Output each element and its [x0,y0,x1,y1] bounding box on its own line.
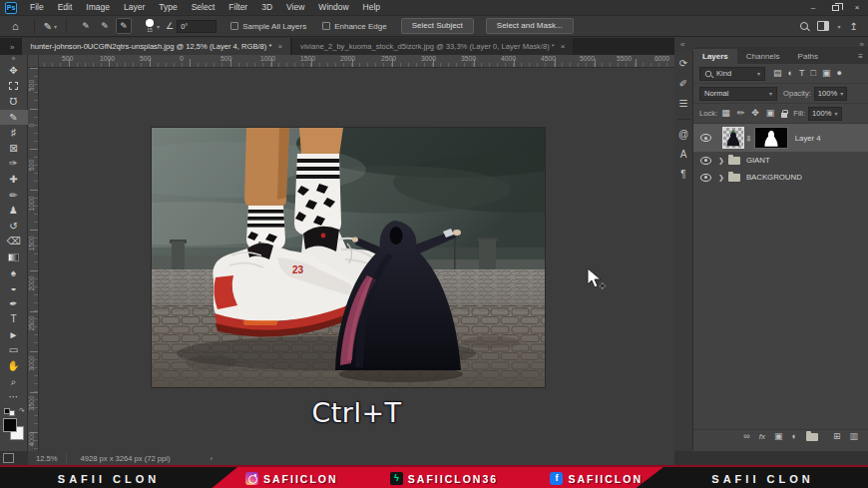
close-icon[interactable]: × [561,42,566,51]
opacity-field[interactable]: 100% ▾ [814,87,847,101]
lock-position-icon[interactable]: ✥ [751,109,759,118]
workspace-icon[interactable] [817,21,829,31]
vertical-ruler[interactable]: 50005001000150020002500300035004000 [28,68,39,451]
filter-adjustment-layers-icon[interactable]: ◐ [788,69,793,78]
search-icon[interactable] [800,22,808,30]
select-subject-button[interactable]: Select Subject [401,18,474,34]
restore-button[interactable] [824,0,846,15]
social-deviantart[interactable]: ϟSAFIICLON36 [390,472,498,485]
rectangular-marquee-tool[interactable] [0,79,28,95]
quick-selection-tool[interactable]: ✎ [0,110,28,126]
menu-select[interactable]: Select [185,0,222,15]
document-tab-2[interactable]: viviane_2_by_kuoma_stock_d5izcrk.jpg @ 3… [292,38,573,55]
angle-input[interactable]: 0° [177,20,217,33]
group-name[interactable]: GIANT [746,156,770,165]
photo-canvas[interactable]: 23 [152,128,545,387]
default-swatches-control[interactable]: ↷ [2,407,26,416]
foreground-color-swatch[interactable] [3,418,17,432]
brush-settings-panel-icon[interactable]: ✐ [679,79,687,89]
sample-all-layers-checkbox[interactable]: Sample All Layers [230,22,306,31]
zoom-tool[interactable]: ⌕ [0,374,28,390]
paragraph-panel-icon[interactable]: ¶ [680,170,685,180]
menu-edit[interactable]: Edit [51,0,80,15]
home-icon[interactable]: ⌂ [12,20,19,32]
tab-overflow-icon[interactable]: » [0,43,22,55]
link-layers-icon[interactable]: ∞ [743,432,749,441]
blend-mode-select[interactable]: Normal ▾ [699,87,777,101]
swap-colors-icon[interactable]: ↷ [19,407,25,415]
brush-tool[interactable]: ✏ [0,188,28,204]
clone-stamp-tool[interactable]: ♟ [0,203,28,219]
layer-row-giant[interactable]: ❯ GIANT [693,152,868,169]
visibility-eye-icon[interactable] [700,174,711,182]
hand-tool[interactable]: ✋ [0,358,28,374]
new-layer-icon[interactable]: ⊞ [833,432,841,441]
layer-row-layer4[interactable]: ∞ Layer 4 [693,124,868,152]
menu-layer[interactable]: Layer [117,0,152,15]
filter-pin-icon[interactable]: ● [836,69,841,78]
menu-type[interactable]: Type [152,0,184,15]
enhance-edge-checkbox[interactable]: Enhance Edge [322,22,387,31]
mask-link-icon[interactable]: ∞ [744,135,753,141]
delete-layer-icon[interactable]: ▥ [849,432,858,441]
layer-thumbnail[interactable] [722,127,744,149]
lock-transparent-pixels-icon[interactable]: ▦ [721,109,730,118]
add-layer-mask-icon[interactable]: ▣ [774,432,783,441]
menu-filter[interactable]: Filter [221,0,254,15]
menu-3d[interactable]: 3D [254,0,279,15]
zoom-level-field[interactable]: 12.5% [36,454,67,463]
status-options-chevron[interactable]: › [210,454,213,463]
close-icon[interactable]: × [277,42,282,51]
collapse-panels-icon[interactable]: « [680,40,684,49]
menu-file[interactable]: File [23,0,51,15]
new-selection-button[interactable]: ✎ [78,18,94,34]
adjustment-layer-icon[interactable]: ◐ [792,432,797,441]
horizontal-ruler[interactable]: 5001000500050010001500200025003000350040… [28,55,674,68]
tab-channels[interactable]: Channels [737,49,789,64]
glyphs-panel-icon[interactable]: @ [678,130,688,140]
properties-panel-icon[interactable]: ☰ [679,99,688,109]
crop-tool[interactable]: ♯ [0,125,28,141]
layer-row-background[interactable]: ❯ BACKGROUND [693,169,868,186]
screen-mode-icon[interactable] [3,453,14,463]
frame-tool[interactable]: ⊠ [0,141,28,157]
select-and-mask-button[interactable]: Select and Mask... [486,18,574,34]
fill-field[interactable]: 100% ▾ [808,107,841,121]
layer-effects-icon[interactable]: fx [759,433,765,441]
menu-help[interactable]: Help [356,0,387,15]
group-chevron-icon[interactable]: ❯ [718,174,724,182]
chevron-down-icon[interactable]: ▾ [838,23,841,30]
new-group-icon[interactable] [806,433,818,441]
blur-tool[interactable]: ♠ [0,265,28,281]
group-name[interactable]: BACKGROUND [746,173,802,182]
panel-menu-icon[interactable]: ≡ [858,52,868,64]
eyedropper-tool[interactable]: ✑ [0,157,28,173]
type-tool[interactable]: T [0,312,28,328]
visibility-eye-icon[interactable] [700,134,711,142]
layer-name[interactable]: Layer 4 [795,134,821,143]
document-tab-1[interactable]: hunter-johnson-0UCGfN2qtrs-unsplash.jpg … [22,38,290,55]
layer-mask-thumbnail[interactable] [754,127,788,149]
toolbar-collapse-icon[interactable]: » [12,55,16,63]
canvas-area[interactable]: 23 Ctrl+T ✥ [39,68,674,451]
menu-image[interactable]: Image [79,0,117,15]
lasso-tool[interactable]: ℧ [0,94,28,110]
rectangle-tool[interactable]: ▭ [0,343,28,359]
filter-smart-objects-icon[interactable]: ▣ [822,69,831,78]
gradient-tool[interactable] [0,249,28,265]
share-icon[interactable]: ↥ [850,21,858,32]
visibility-eye-icon[interactable] [700,157,711,165]
character-panel-icon[interactable]: A [680,150,687,160]
healing-brush-tool[interactable]: ✚ [0,172,28,188]
tool-preset-picker[interactable]: ✎ ▾ [44,21,57,32]
layer-filter-select[interactable]: Kind ▾ [699,67,765,81]
brush-size-picker[interactable]: 15 [146,19,154,33]
lock-all-icon[interactable] [781,113,787,118]
eraser-tool[interactable]: ⌫ [0,235,28,250]
move-tool[interactable]: ✥ [0,63,28,79]
tab-layers[interactable]: Layers [693,49,737,64]
social-instagram[interactable]: SAFIICLON [245,472,338,485]
lock-artboard-icon[interactable]: ▣ [766,109,775,118]
social-facebook[interactable]: fSAFIICLON [550,472,643,485]
subtract-from-selection-button[interactable]: ✎ [116,18,132,34]
